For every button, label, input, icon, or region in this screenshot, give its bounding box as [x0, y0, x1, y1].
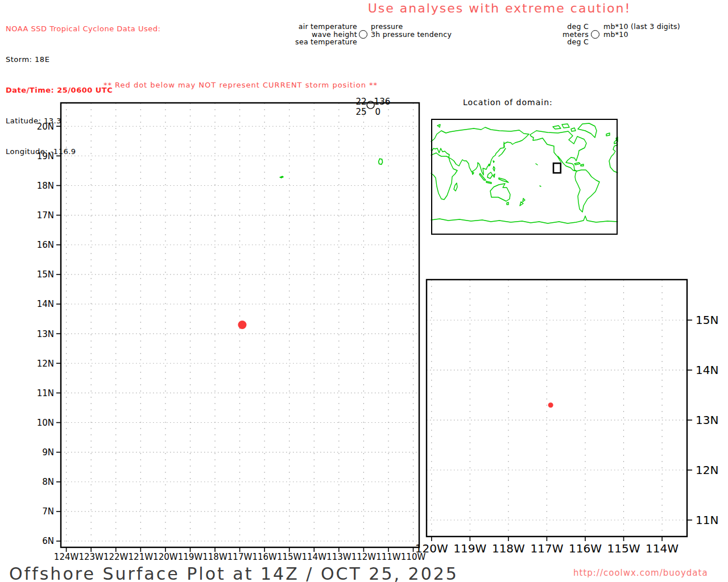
x-tick-label: 121W: [129, 552, 154, 562]
main-plot-canvas: 124W123W122W121W120W119W118W117W116W115W…: [61, 103, 419, 547]
location-of-domain-map: [431, 119, 618, 235]
coastline: [507, 202, 508, 205]
x-tick-label: 118W: [492, 542, 525, 555]
coastline: [437, 124, 440, 127]
domain-box-marker: [553, 163, 561, 173]
y-tick-label: 13N: [696, 413, 718, 427]
y-tick-label: 12N: [696, 463, 718, 477]
coastline: [523, 198, 525, 202]
x-tick-label: 116W: [252, 552, 277, 562]
coastline: [540, 186, 541, 186]
y-tick-label: 15N: [37, 269, 54, 280]
coastline: [486, 181, 491, 184]
legend-right-col1: deg C meters deg C: [549, 23, 589, 46]
map-border: [432, 119, 617, 234]
x-tick-label: 119W: [453, 542, 486, 555]
y-tick-label: 8N: [42, 477, 54, 487]
legend-degc2-label: deg C: [549, 38, 589, 46]
x-tick-label: 116W: [569, 542, 602, 555]
coastline: [609, 145, 618, 173]
coastline: [431, 153, 457, 199]
station-pressure-tendency: 0: [375, 107, 381, 117]
caution-heading: Use analyses with extreme caution!: [351, 1, 647, 15]
coastline: [574, 163, 580, 165]
legend-left-col2: pressure 3h pressure tendency: [371, 23, 468, 38]
socorro-island: [379, 159, 383, 164]
coastline: [530, 131, 586, 171]
y-tick-label: 16N: [37, 240, 54, 250]
x-tick-label: 124W: [54, 552, 79, 562]
x-tick-label: 117W: [228, 552, 253, 562]
legend-degc-label: deg C: [549, 23, 589, 31]
world-map-canvas: [431, 119, 618, 235]
x-tick-label: 115W: [277, 552, 302, 562]
y-tick-label: 7N: [42, 506, 54, 517]
coastline: [581, 164, 584, 166]
y-tick-label: 19N: [37, 151, 54, 161]
footer-title: Offshore Surface Plot at 14Z / OCT 25, 2…: [9, 564, 458, 582]
coastline: [536, 164, 537, 165]
y-tick-label: 10N: [37, 418, 54, 428]
coastline: [479, 173, 486, 180]
station-circle-icon: [359, 30, 367, 39]
coastline: [493, 174, 495, 177]
station-circle-icon: [591, 30, 599, 39]
coastline: [431, 127, 529, 175]
x-tick-label: 113W: [326, 552, 351, 562]
y-tick-label: 11N: [696, 513, 718, 527]
continent-outlines: [431, 123, 618, 223]
zoom-plot-canvas: 120W119W118W117W116W115W114W15N14N13N12N…: [427, 280, 687, 537]
legend-meters-label: meters: [549, 31, 589, 39]
x-tick-label: 114W: [302, 552, 327, 562]
legend-mb10-digits-label: mb*10 (last 3 digits): [603, 23, 706, 31]
station-sea-temp: 25: [356, 107, 367, 117]
y-tick-label: 11N: [37, 388, 54, 398]
y-tick-label: 9N: [42, 447, 54, 458]
y-tick-label: 13N: [37, 329, 54, 339]
y-tick-label: 20N: [37, 122, 54, 132]
coastline: [575, 170, 599, 212]
storm-position-warning: ** Red dot below may NOT represent CURRE…: [96, 81, 386, 89]
storm-line: Storm: 18E: [6, 55, 160, 65]
x-tick-label: 119W: [178, 552, 203, 562]
source-line: NOAA SSD Tropical Cyclone Data Used:: [6, 24, 160, 34]
legend-pressure-label: pressure: [371, 23, 468, 31]
legend-right-col2: mb*10 (last 3 digits) mb*10: [603, 23, 706, 38]
buoy-plot-page: NOAA SSD Tropical Cyclone Data Used: Sto…: [0, 0, 728, 582]
coastline: [504, 142, 504, 147]
x-tick-label: 112W: [351, 552, 377, 562]
coastline: [493, 167, 495, 171]
x-tick-label: 120W: [153, 552, 178, 562]
station-pressure: 136: [374, 97, 391, 107]
legend-wave-height-label: wave height: [295, 31, 357, 39]
y-tick-label: 6N: [42, 536, 54, 546]
coastline: [431, 216, 618, 223]
x-tick-label: 118W: [202, 552, 228, 562]
clarion-island: [280, 176, 284, 178]
coastline: [472, 172, 474, 174]
legend-sea-temp-label: sea temperature: [295, 38, 357, 46]
coastline: [487, 172, 493, 178]
x-tick-label: 120W: [415, 542, 448, 555]
x-tick-label: 117W: [530, 542, 563, 555]
coastline: [454, 183, 457, 191]
zoom_plot-grid: [427, 280, 687, 537]
inset-map-title: Location of domain:: [463, 98, 553, 107]
storm-position-dot: [238, 321, 246, 329]
main-plot: 124W123W122W121W120W119W118W117W116W115W…: [61, 103, 419, 547]
x-tick-label: 114W: [646, 542, 679, 555]
footer-url-link[interactable]: http://coolwx.com/buoydata: [573, 568, 708, 578]
y-tick-label: 15N: [696, 313, 718, 327]
legend-air-temp-label: air temperature: [295, 23, 357, 31]
legend-mb10-label: mb*10: [603, 31, 706, 39]
y-tick-label: 14N: [37, 299, 54, 309]
x-tick-label: 122W: [104, 552, 129, 562]
station-air-temp: 22: [356, 97, 367, 107]
storm-position-dot: [548, 402, 553, 408]
coastline: [493, 161, 494, 163]
x-tick-label: 123W: [78, 552, 104, 562]
coastline: [489, 164, 490, 166]
zoom_plot-border: [427, 280, 687, 537]
coastline: [578, 123, 597, 138]
coastline: [562, 124, 569, 128]
